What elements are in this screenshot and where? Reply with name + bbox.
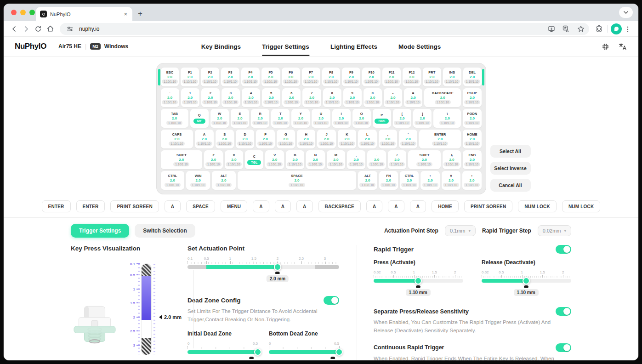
dead-zone-toggle[interactable] — [324, 296, 339, 305]
new-tab-button[interactable]: + — [138, 9, 142, 18]
install-app-icon[interactable] — [546, 23, 557, 34]
tab-switch-selection[interactable]: Switch Selection — [135, 224, 195, 238]
key-x[interactable]: X2.01.10/1.10 — [225, 150, 243, 169]
key-o[interactable]: O2.01.10/1.10 — [352, 109, 371, 128]
key-4[interactable]: 42.01.10/1.10 — [242, 88, 260, 107]
key-z[interactable]: Z2.01.10/1.10 — [204, 150, 222, 169]
key-s[interactable]: S2.01.10/1.10 — [216, 130, 234, 148]
selected-key-button[interactable]: A — [296, 200, 312, 212]
key-q[interactable]: QMT — [190, 109, 209, 128]
key-shift[interactable]: SHIFT2.01.10/1.10 — [408, 150, 441, 169]
tab-search-chevron-icon[interactable] — [619, 7, 633, 18]
reload-icon[interactable] — [32, 23, 44, 35]
rapid-trigger-toggle[interactable] — [556, 245, 571, 254]
slider-track[interactable] — [374, 279, 463, 283]
slider-track[interactable] — [482, 279, 571, 283]
key-pgup[interactable]: PGUP2.01.10/1.10 — [463, 88, 481, 107]
key-0[interactable]: 02.01.10/1.10 — [364, 88, 382, 107]
translate-page-icon[interactable] — [561, 23, 572, 34]
key-r[interactable]: R2.01.10/1.10 — [251, 109, 269, 128]
initial-dead-zone-slider[interactable]: 00.50.5 mm — [187, 341, 258, 360]
key-sym[interactable]: ›2.01.10/1.10 — [462, 171, 481, 190]
actuation-step-select[interactable]: 0.1mm ▾ — [445, 225, 476, 236]
tab-mode-settings[interactable]: Mode Settings — [398, 37, 441, 56]
key-sym[interactable]: ;2.01.10/1.10 — [379, 130, 397, 148]
key-sym[interactable]: .2.01.10/1.10 — [367, 150, 386, 169]
forward-icon[interactable] — [20, 23, 32, 35]
slider-thumb[interactable] — [335, 348, 343, 356]
key-sym[interactable]: /2.01.10/1.10 — [388, 150, 406, 169]
selected-key-button[interactable]: SPACE — [186, 200, 215, 212]
key-i[interactable]: I2.01.10/1.10 — [332, 109, 351, 128]
slider-track[interactable] — [187, 265, 339, 269]
tab-lighting-effects[interactable]: Lighting Effects — [330, 37, 377, 56]
key-f6[interactable]: F62.01.10/1.10 — [282, 68, 300, 86]
key-sym[interactable]: ‹2.01.10/1.10 — [420, 171, 439, 190]
key-win[interactable]: WIN2.01.10/1.10 — [186, 171, 210, 190]
key-alt[interactable]: ALT2.01.10/1.10 — [212, 171, 236, 190]
browser-tab[interactable]: NuPhyIO × — [36, 7, 132, 21]
browser-menu-icon[interactable]: ⋮ — [622, 25, 634, 33]
selected-key-button[interactable]: ENTER — [42, 200, 71, 212]
select-all-button[interactable]: Select All — [490, 145, 531, 158]
key-n[interactable]: N2.01.10/1.10 — [306, 150, 324, 169]
key-v[interactable]: V2.01.10/1.10 — [265, 150, 284, 169]
key-p[interactable]: PDKS — [373, 109, 391, 128]
key-f2[interactable]: F22.01.10/1.10 — [201, 68, 219, 86]
selected-key-button[interactable]: A — [275, 200, 291, 212]
slider-track[interactable] — [269, 350, 339, 354]
key-2[interactable]: 22.01.10/1.10 — [201, 88, 220, 107]
key-f5[interactable]: F52.01.10/1.10 — [261, 68, 280, 86]
key-t[interactable]: T2.01.10/1.10 — [271, 109, 290, 128]
selected-key-button[interactable]: BACKSPACE — [318, 200, 361, 212]
key-prt[interactable]: PRT2.01.10/1.10 — [423, 68, 441, 86]
key-7[interactable]: 72.01.10/1.10 — [302, 88, 321, 107]
key-f9[interactable]: F92.01.10/1.10 — [342, 68, 360, 86]
key-5[interactable]: 52.01.10/1.10 — [262, 88, 280, 107]
key-end[interactable]: END2.01.10/1.10 — [463, 150, 481, 169]
tab-close-icon[interactable]: × — [123, 11, 128, 17]
key-sym[interactable]: -2.01.10/1.10 — [384, 88, 402, 107]
profile-avatar[interactable] — [611, 23, 622, 34]
back-icon[interactable] — [8, 23, 20, 35]
key-f3[interactable]: F32.01.10/1.10 — [221, 68, 239, 86]
slider-track[interactable] — [187, 350, 258, 354]
selected-key-button[interactable]: PRINT SOREEN — [464, 200, 512, 212]
window-controls[interactable] — [11, 10, 35, 15]
slider-thumb[interactable] — [523, 277, 530, 284]
close-window-button[interactable] — [11, 10, 17, 15]
key-del[interactable]: DEL2.01.10/1.10 — [463, 68, 482, 86]
key-f12[interactable]: F122.01.10/1.10 — [403, 68, 421, 86]
slider-thumb[interactable] — [415, 277, 422, 284]
key-k[interactable]: K2.01.10/1.10 — [338, 130, 356, 148]
key-l[interactable]: L2.01.10/1.10 — [358, 130, 376, 148]
key-tab[interactable]: TAB2.01.10/1.10 — [161, 109, 188, 128]
nuphy-logo[interactable]: NuPhyIO — [15, 42, 46, 51]
key-c[interactable]: CTGL — [245, 150, 263, 169]
key-f7[interactable]: F72.01.10/1.10 — [302, 68, 320, 86]
key-h[interactable]: H2.01.10/1.10 — [297, 130, 315, 148]
key-sym[interactable]: \2.01.10/1.10 — [433, 109, 461, 128]
press-sensitivity-slider[interactable]: 0.020.511.521.10 mm — [374, 270, 463, 299]
selected-key-button[interactable]: MENU — [221, 200, 247, 212]
tab-trigger-settings[interactable]: Trigger Settings — [262, 37, 309, 56]
key-w[interactable]: W2.01.10/1.10 — [210, 109, 229, 128]
key-y[interactable]: Y2.01.10/1.10 — [291, 109, 310, 128]
address-bar[interactable]: nuphy.io — [60, 23, 589, 35]
key-space[interactable]: SPACE2.01.10/1.10 — [238, 171, 357, 190]
key-sym[interactable]: ,2.01.10/1.10 — [347, 150, 365, 169]
key-ins[interactable]: INS2.01.10/1.10 — [443, 68, 461, 86]
key-f10[interactable]: F102.01.10/1.10 — [362, 68, 381, 86]
actuation-point-slider[interactable]: 0.10.511.522.532.0 mm — [187, 256, 339, 285]
slider-thumb[interactable] — [274, 263, 281, 271]
select-inverse-button[interactable]: Select Inverse — [490, 162, 531, 175]
selected-key-button[interactable]: HOME — [432, 200, 459, 212]
key-1[interactable]: 12.01.10/1.10 — [181, 88, 199, 107]
key-b[interactable]: B2.01.10/1.10 — [286, 150, 304, 169]
zoom-window-button[interactable] — [29, 10, 35, 15]
selected-key-button[interactable]: PRINT SOREEN — [110, 200, 159, 212]
key-home[interactable]: HOME2.01.10/1.10 — [463, 130, 481, 148]
key-m[interactable]: M2.01.10/1.10 — [327, 150, 345, 169]
selected-key-button[interactable]: ENTER — [76, 200, 105, 212]
continuous-rapid-toggle[interactable] — [556, 343, 571, 352]
